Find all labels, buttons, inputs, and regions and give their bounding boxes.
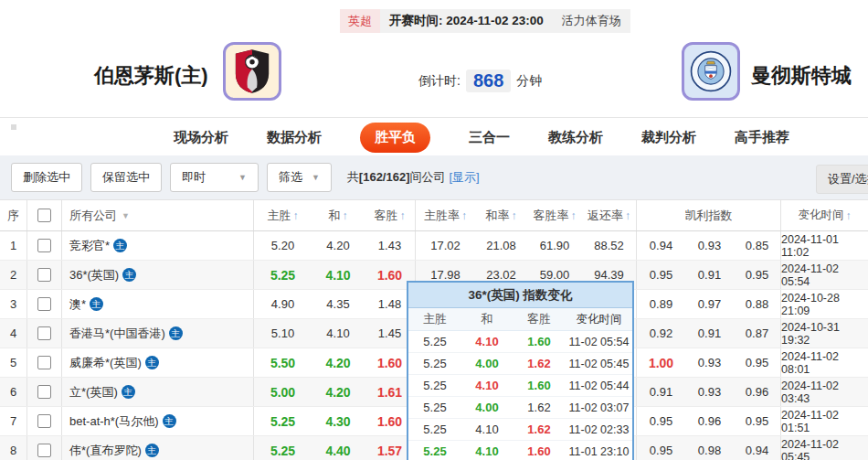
company-cell[interactable]: bet-at-h*(马尔他)主 — [62, 407, 254, 435]
kelly-home: 0.94 — [637, 231, 685, 260]
company-cell[interactable]: 澳*主 — [62, 290, 254, 318]
header-away-rate[interactable]: 客胜率↑ — [527, 200, 582, 230]
company-cell[interactable]: 伟*(直布罗陀)主 — [62, 436, 254, 460]
tab-coach-analysis[interactable]: 教练分析 — [548, 129, 603, 146]
row-checkbox[interactable] — [37, 385, 51, 399]
tab-expert-picks[interactable]: 高手推荐 — [735, 129, 789, 146]
change-time: 2024-11-02 05:45 — [781, 436, 868, 460]
kelly-home: 0.89 — [637, 290, 685, 318]
sort-up-icon: ↑ — [625, 209, 630, 222]
company-cell[interactable]: 威廉希*(英国)主 — [62, 348, 254, 377]
home-team-name: 伯恩茅斯(主) — [94, 62, 208, 90]
home-badge-icon: 主 — [169, 326, 183, 340]
tab-referee-analysis[interactable]: 裁判分析 — [641, 129, 696, 146]
kelly-draw: 0.97 — [685, 290, 734, 318]
change-time: 2024-11-02 01:51 — [781, 407, 868, 435]
draw-odds: 4.10 — [312, 261, 365, 289]
popup-away-odds: 1.62 — [513, 357, 566, 370]
filter-dropdown-value: 筛选 — [279, 169, 302, 186]
sort-up-icon: ↑ — [293, 209, 299, 222]
change-time: 2024-11-02 03:43 — [781, 378, 868, 406]
header-company-label: 所有公司 — [69, 208, 117, 224]
tab-data-analysis[interactable]: 数据分析 — [267, 129, 322, 146]
instant-dropdown[interactable]: 即时▼ — [170, 163, 259, 192]
popup-home-odds: 5.25 — [408, 423, 461, 436]
header-home-odds[interactable]: 主胜↑ — [254, 200, 312, 230]
select-all-checkbox[interactable] — [37, 209, 51, 222]
popup-header-away: 客胜 — [513, 311, 566, 327]
kelly-home: 0.92 — [637, 319, 685, 348]
company-name: 立*(英国) — [69, 384, 118, 401]
filter-dropdown[interactable]: 筛选▼ — [267, 163, 332, 192]
popup-header-draw: 和 — [461, 311, 513, 327]
header-draw-odds[interactable]: 和↑ — [312, 200, 365, 230]
row-seq: 8 — [0, 436, 27, 460]
popup-row: 5.25 4.10 1.60 11-01 23:10 — [408, 441, 632, 460]
header-checkbox-cell — [27, 200, 62, 230]
home-odds: 5.20 — [254, 231, 312, 260]
company-cell[interactable]: 36*(英国)主 — [62, 261, 254, 289]
table-row: 1 竞彩官*主 5.20 4.20 1.43 17.02 21.08 61.90… — [0, 231, 868, 261]
popup-header-row: 主胜 和 客胜 变化时间 — [408, 308, 632, 331]
popup-home-odds: 5.25 — [408, 379, 461, 392]
kelly-home: 1.00 — [637, 348, 685, 377]
kickoff-value: 2024-11-02 23:00 — [446, 14, 544, 27]
row-checkbox[interactable] — [37, 297, 51, 311]
countdown-label: 倒计时: — [418, 73, 460, 90]
tab-win-draw-lose[interactable]: 胜平负 — [360, 123, 430, 153]
tab-three-in-one[interactable]: 三合一 — [469, 129, 510, 146]
row-checkbox-cell — [27, 436, 62, 460]
company-cell[interactable]: 竞彩官*主 — [62, 231, 254, 260]
away-team-logo — [682, 42, 740, 101]
company-name: 威廉希*(英国) — [69, 355, 142, 371]
company-name: 伟*(直布罗陀) — [69, 443, 142, 459]
popup-away-odds: 1.62 — [513, 423, 566, 436]
kelly-away: 0.85 — [734, 231, 781, 260]
row-checkbox[interactable] — [37, 356, 51, 369]
header-draw-rate[interactable]: 和率↑ — [475, 200, 527, 230]
header-kelly-index: 凯利指数 — [637, 200, 781, 230]
change-time: 2024-10-31 19:32 — [781, 319, 868, 348]
away-rate: 61.90 — [527, 231, 582, 260]
sort-up-icon: ↑ — [461, 209, 467, 222]
kelly-home: 0.91 — [637, 378, 685, 406]
keep-selected-button[interactable]: 保留选中 — [90, 163, 162, 192]
company-cell[interactable]: 香港马*(中国香港)主 — [62, 319, 254, 348]
row-checkbox[interactable] — [37, 444, 51, 457]
row-seq: 3 — [0, 290, 27, 318]
home-team-logo — [223, 42, 281, 101]
sort-up-icon: ↑ — [400, 209, 406, 222]
row-checkbox[interactable] — [37, 239, 51, 252]
home-badge-icon: 主 — [113, 239, 127, 252]
header-return-rate[interactable]: 返还率↑ — [582, 200, 637, 230]
header-company[interactable]: 所有公司▼ — [62, 200, 254, 230]
venue-label: 活力体育场 — [553, 9, 630, 33]
header-seq: 序 — [0, 200, 27, 230]
row-checkbox[interactable] — [37, 268, 51, 282]
header-change-time[interactable]: 变化时间↑ — [781, 200, 868, 230]
company-cell[interactable]: 立*(英国)主 — [62, 378, 254, 406]
popup-change-time: 11-02 03:07 — [566, 401, 632, 414]
tab-live-analysis[interactable]: 现场分析 — [174, 129, 228, 146]
change-time: 2024-11-02 08:01 — [781, 348, 868, 377]
settings-select-button[interactable]: 设置/选择 — [816, 165, 868, 194]
row-seq: 7 — [0, 407, 27, 435]
popup-away-odds: 1.60 — [513, 379, 566, 392]
table-header-row: 序 所有公司▼ 主胜↑ 和↑ 客胜↑ 主胜率↑ 和率↑ 客胜率↑ 返还率↑ 凯利… — [0, 200, 868, 231]
show-link[interactable]: [显示] — [450, 170, 480, 184]
odds-change-popup: 36*(英国) 指数变化 主胜 和 客胜 变化时间 5.25 4.10 1.60… — [407, 281, 634, 460]
delete-selected-button[interactable]: 删除选中 — [11, 163, 82, 192]
row-checkbox[interactable] — [37, 414, 51, 428]
header-home-label: 主胜 — [268, 208, 291, 224]
popup-row: 5.25 4.10 1.62 11-02 02:33 — [408, 419, 632, 441]
home-badge-icon: 主 — [122, 385, 135, 399]
match-info-bar: 英超 开赛时间: 2024-11-02 23:00 活力体育场 — [340, 9, 630, 33]
kelly-away: 0.94 — [734, 436, 781, 460]
header-return-rate-label: 返还率 — [587, 208, 623, 224]
header-home-rate[interactable]: 主胜率↑ — [416, 200, 475, 230]
kickoff-label: 开赛时间: — [389, 14, 443, 27]
kelly-draw: 0.93 — [685, 378, 734, 406]
header-away-odds[interactable]: 客胜↑ — [365, 200, 416, 230]
tab-bar: 现场分析 数据分析 胜平负 三合一 教练分析 裁判分析 高手推荐 — [48, 118, 868, 156]
row-checkbox[interactable] — [37, 326, 51, 340]
